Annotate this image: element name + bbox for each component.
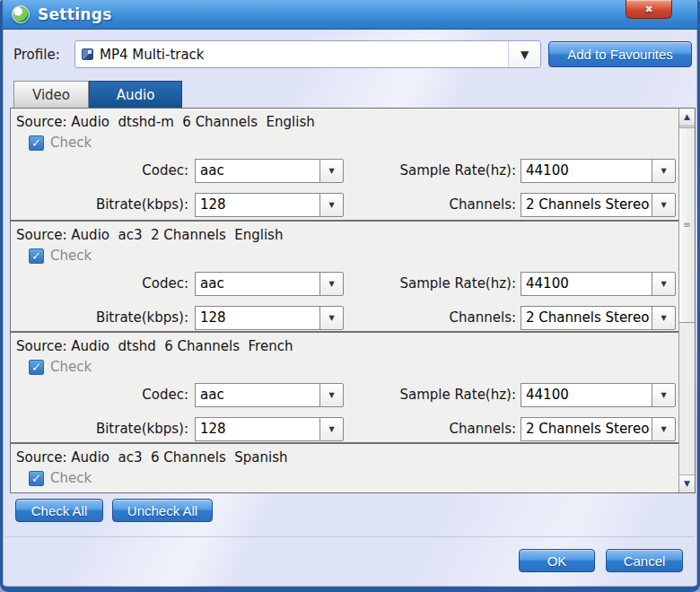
sample-rate-dropdown-button[interactable]: ▼: [652, 159, 676, 183]
chevron-down-icon: ▼: [661, 281, 666, 288]
footer-divider: [5, 536, 695, 537]
codec-label: Codec:: [11, 275, 188, 292]
checkmark-icon: ✓: [31, 473, 41, 484]
bitrate-label: Bitrate(kbps):: [11, 309, 188, 326]
track-sections: Source: Audio dtshd-m 6 Channels English…: [11, 109, 678, 493]
chevron-down-icon: ▼: [661, 392, 666, 399]
codec-label: Codec:: [11, 387, 188, 403]
channels-label: Channels:: [345, 309, 516, 326]
grip-icon: ≡: [683, 221, 690, 230]
channels-field[interactable]: 2 Channels Stereo: [521, 417, 652, 441]
chevron-down-icon: ▼: [661, 202, 666, 209]
profile-value-area[interactable]: MP4 Multi-track: [75, 47, 508, 63]
check-label: Check: [50, 135, 92, 151]
audio-track-list: Source: Audio dtshd-m 6 Channels English…: [10, 108, 696, 493]
sample-rate-dropdown-button[interactable]: ▼: [652, 383, 676, 407]
app-icon: [12, 5, 30, 23]
sample-rate-dropdown-button[interactable]: ▼: [652, 272, 676, 296]
track-source-label: Source: Audio dtshd 6 Channels French: [16, 338, 293, 354]
uncheck-all-button[interactable]: Uncheck All: [112, 499, 213, 522]
channels-dropdown-button[interactable]: ▼: [652, 193, 676, 217]
track-section-3: Source: Audio dtshd 6 Channels French ✓ …: [11, 331, 678, 442]
codec-dropdown-button[interactable]: ▼: [319, 272, 344, 296]
track-checkbox[interactable]: ✓: [29, 135, 44, 151]
track-section-1: Source: Audio dtshd-m 6 Channels English…: [11, 109, 678, 220]
track-checkbox[interactable]: ✓: [29, 471, 44, 486]
chevron-down-icon: ▼: [661, 315, 666, 322]
checkmark-icon: ✓: [31, 137, 41, 149]
track-checkbox[interactable]: ✓: [29, 360, 44, 375]
ok-button[interactable]: OK: [519, 549, 595, 572]
sample-rate-field[interactable]: 44100: [521, 272, 652, 296]
profile-label: Profile:: [13, 47, 60, 63]
check-label: Check: [50, 248, 92, 264]
scroll-up-button[interactable]: ▲: [679, 109, 695, 126]
chevron-down-icon: ▼: [328, 315, 334, 322]
chevron-down-icon: ▼: [661, 168, 666, 175]
bitrate-label: Bitrate(kbps):: [11, 196, 188, 213]
bitrate-dropdown-button[interactable]: ▼: [319, 306, 344, 330]
bitrate-field[interactable]: 128: [195, 417, 320, 441]
close-button[interactable]: ✖: [626, 0, 672, 19]
settings-dialog: Settings ✖ Profile: MP4 Multi-track ▼ Ad…: [0, 0, 700, 592]
channels-label: Channels:: [345, 196, 516, 213]
track-check-row[interactable]: ✓ Check: [29, 248, 92, 264]
scroll-down-button[interactable]: ▼: [679, 474, 695, 492]
check-label: Check: [50, 470, 92, 486]
profile-combobox[interactable]: MP4 Multi-track ▼: [74, 40, 541, 68]
codec-samplerate-row: Codec: aac ▼ Sample Rate(hz): 44100 ▼: [11, 159, 678, 184]
channels-dropdown-button[interactable]: ▼: [652, 417, 676, 441]
tab-video[interactable]: Video: [13, 81, 89, 108]
scrollbar-thumb[interactable]: ≡: [679, 127, 695, 323]
window-title: Settings: [38, 5, 112, 23]
codec-field[interactable]: aac: [195, 383, 320, 407]
codec-label: Codec:: [11, 162, 188, 178]
sample-rate-field[interactable]: 44100: [521, 383, 652, 407]
codec-samplerate-row: Codec: aac ▼ Sample Rate(hz): 44100 ▼: [11, 383, 678, 408]
check-label: Check: [50, 359, 92, 375]
channels-dropdown-button[interactable]: ▼: [652, 306, 676, 330]
tab-audio[interactable]: Audio: [89, 81, 182, 108]
chevron-down-icon: ▼: [328, 281, 334, 288]
track-checkbox[interactable]: ✓: [29, 248, 44, 264]
checkmark-icon: ✓: [31, 361, 41, 373]
codec-dropdown-button[interactable]: ▼: [319, 159, 344, 183]
sample-rate-label: Sample Rate(hz):: [345, 275, 516, 292]
sample-rate-field[interactable]: 44100: [521, 159, 652, 183]
bitrate-channels-row: Bitrate(kbps): 128 ▼ Channels: 2 Channel…: [11, 417, 678, 442]
chevron-down-icon: ▼: [661, 426, 666, 433]
chevron-down-icon: ▼: [521, 49, 529, 60]
cancel-button[interactable]: Cancel: [606, 549, 683, 572]
chevron-down-icon: ▼: [328, 168, 334, 175]
bitrate-field[interactable]: 128: [195, 306, 320, 330]
track-check-row[interactable]: ✓ Check: [29, 470, 92, 486]
vertical-scrollbar[interactable]: ▲ ≡ ▼: [678, 109, 695, 492]
channels-field[interactable]: 2 Channels Stereo: [521, 193, 652, 217]
track-section-4: Source: Audio ac3 6 Channels Spanish ✓ C…: [11, 442, 678, 493]
sample-rate-label: Sample Rate(hz):: [345, 387, 516, 403]
profile-dropdown-button[interactable]: ▼: [508, 41, 540, 67]
chevron-down-icon: ▼: [328, 202, 334, 209]
codec-field[interactable]: aac: [195, 272, 320, 296]
bitrate-dropdown-button[interactable]: ▼: [319, 193, 344, 217]
bitrate-label: Bitrate(kbps):: [11, 421, 188, 437]
codec-field[interactable]: aac: [195, 159, 320, 183]
track-check-row[interactable]: ✓ Check: [29, 359, 92, 375]
profile-value: MP4 Multi-track: [100, 47, 205, 63]
track-source-label: Source: Audio dtshd-m 6 Channels English: [16, 114, 315, 130]
add-to-favourites-button[interactable]: Add to Favourites: [548, 41, 692, 67]
chevron-down-icon: ▼: [328, 426, 334, 433]
arrow-down-icon: ▼: [684, 480, 690, 488]
title-bar[interactable]: Settings: [3, 0, 697, 30]
codec-samplerate-row: Codec: aac ▼ Sample Rate(hz): 44100 ▼: [11, 272, 678, 297]
close-icon: ✖: [644, 4, 652, 14]
bitrate-field[interactable]: 128: [195, 193, 320, 217]
channels-field[interactable]: 2 Channels Stereo: [521, 306, 652, 330]
track-check-row[interactable]: ✓ Check: [29, 135, 92, 151]
bitrate-dropdown-button[interactable]: ▼: [319, 417, 344, 441]
profile-file-icon: [82, 48, 93, 60]
check-all-button[interactable]: Check All: [15, 499, 103, 522]
codec-dropdown-button[interactable]: ▼: [319, 383, 344, 407]
sample-rate-label: Sample Rate(hz):: [345, 162, 516, 178]
bitrate-channels-row: Bitrate(kbps): 128 ▼ Channels: 2 Channel…: [11, 306, 678, 331]
